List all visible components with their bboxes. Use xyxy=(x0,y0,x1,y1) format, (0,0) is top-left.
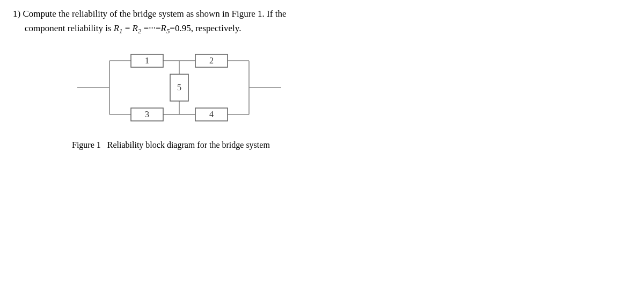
question-line-1: 1) Compute the reliability of the bridge… xyxy=(13,6,631,21)
bridge-diagram-svg: 1 2 3 4 5 xyxy=(77,45,281,131)
question-line-2: component reliability is R1 = R2 =···=R5… xyxy=(13,21,631,37)
block-2-label: 2 xyxy=(209,56,214,65)
block-4-label: 4 xyxy=(209,110,214,119)
caption-text: Reliability block diagram for the bridge… xyxy=(107,140,270,149)
figure-caption: Figure 1 Reliability block diagram for t… xyxy=(72,138,631,152)
question-text: 1) Compute the reliability of the bridge… xyxy=(13,6,631,37)
block-3-label: 3 xyxy=(145,110,149,119)
block-5-label: 5 xyxy=(177,83,181,92)
bridge-diagram: 1 2 3 4 5 xyxy=(77,45,631,131)
block-1-label: 1 xyxy=(145,56,149,65)
caption-label: Figure 1 xyxy=(72,140,101,149)
